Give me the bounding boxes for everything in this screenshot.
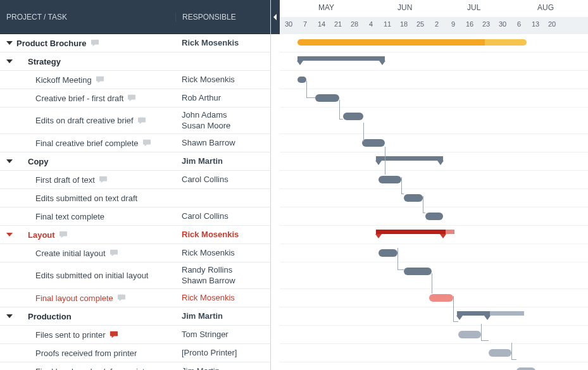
task-row[interactable]: Edits submitted on initial layoutRandy R… <box>0 262 270 289</box>
caret-icon[interactable] <box>6 59 13 63</box>
responsible-cell[interactable]: Rick Mosenkis <box>175 38 270 48</box>
comment-icon[interactable] <box>142 139 151 147</box>
responsible-cell[interactable]: Rick Mosenkis <box>175 75 270 85</box>
responsible-cell[interactable]: John AdamsSusan Moore <box>175 110 270 131</box>
caret-icon[interactable] <box>6 314 13 318</box>
comment-icon[interactable] <box>99 176 108 183</box>
responsible-cell[interactable]: Carol Collins <box>175 175 270 185</box>
day-label[interactable]: 18 <box>396 20 411 28</box>
comment-icon[interactable] <box>96 76 104 83</box>
task-row[interactable]: Files sent to printer Tom Stringer <box>0 326 270 344</box>
gantt-bar[interactable] <box>516 367 535 370</box>
comment-icon[interactable] <box>127 94 136 102</box>
gantt-bar[interactable] <box>297 56 385 61</box>
day-label[interactable]: 23 <box>479 20 494 28</box>
col-header-responsible[interactable]: RESPONSIBLE <box>175 13 270 22</box>
gantt-row[interactable] <box>280 34 588 52</box>
caret-icon[interactable] <box>6 159 13 163</box>
gantt-row[interactable] <box>280 152 588 171</box>
comment-icon[interactable] <box>117 294 126 302</box>
gantt-bar[interactable] <box>376 230 446 234</box>
gantt-row[interactable] <box>280 307 588 326</box>
gantt-row[interactable] <box>280 171 588 189</box>
comment-icon[interactable] <box>109 331 118 338</box>
gantt-bar[interactable] <box>425 213 443 220</box>
gantt-row[interactable] <box>280 52 588 71</box>
gantt-bar[interactable] <box>429 294 453 302</box>
task-row[interactable]: Strategy <box>0 52 270 71</box>
task-row[interactable]: First draft of text Carol Collins <box>0 171 270 189</box>
responsible-cell[interactable]: Rick Mosenkis <box>175 248 270 258</box>
responsible-cell[interactable]: Rick Mosenkis <box>175 293 270 303</box>
day-label[interactable]: 21 <box>330 20 346 28</box>
gantt-bar[interactable] <box>315 94 339 102</box>
gantt-row[interactable] <box>280 207 588 226</box>
comment-icon[interactable] <box>59 231 68 238</box>
day-label[interactable]: 9 <box>446 20 461 28</box>
day-label[interactable]: 30 <box>281 20 296 28</box>
gantt-row[interactable] <box>280 226 588 244</box>
responsible-cell[interactable]: Jim Martin <box>175 311 270 321</box>
gantt-bar[interactable] <box>458 331 481 338</box>
task-row[interactable]: Edits on draft creative brief John Adams… <box>0 108 270 134</box>
comment-icon[interactable] <box>109 249 118 257</box>
task-row[interactable]: Final creative brief complete Shawn Barr… <box>0 134 270 152</box>
day-label[interactable]: 28 <box>347 20 362 28</box>
responsible-cell[interactable]: Jim Martin <box>175 156 270 166</box>
responsible-cell[interactable]: Carol Collins <box>175 211 270 221</box>
gantt-row[interactable] <box>280 344 588 362</box>
gantt-bar[interactable] <box>378 249 397 257</box>
task-row[interactable]: ProductionJim Martin <box>0 307 270 326</box>
responsible-cell[interactable]: [Pronto Printer] <box>175 348 270 358</box>
gantt-bar[interactable] <box>376 156 443 161</box>
gantt-row[interactable] <box>280 326 588 344</box>
task-row[interactable]: CopyJim Martin <box>0 152 270 171</box>
gantt-bar[interactable] <box>297 39 485 46</box>
day-label[interactable]: 20 <box>544 20 560 28</box>
gantt-bar[interactable] <box>343 113 363 120</box>
day-label[interactable]: 2 <box>429 20 444 28</box>
gantt-bar[interactable] <box>489 349 511 357</box>
responsible-cell[interactable]: Rob Arthur <box>175 93 270 103</box>
gantt-bar[interactable] <box>457 311 490 316</box>
task-row[interactable]: Kickoff Meeting Rick Mosenkis <box>0 71 270 89</box>
day-label[interactable]: 30 <box>495 20 510 28</box>
gantt-rows[interactable] <box>271 34 588 370</box>
responsible-cell[interactable]: Rick Mosenkis <box>175 230 270 240</box>
gantt-row[interactable] <box>280 134 588 152</box>
gantt-row[interactable] <box>280 89 588 108</box>
task-row[interactable]: Final brochure back from printerJim Mart… <box>0 362 270 370</box>
task-row[interactable]: Creative brief - first draft Rob Arthur <box>0 89 270 108</box>
responsible-cell[interactable]: Shawn Barrow <box>175 138 270 148</box>
gantt-bar[interactable] <box>404 194 423 202</box>
day-label[interactable]: 14 <box>314 20 329 28</box>
task-row[interactable]: Final layout complete Rick Mosenkis <box>0 289 270 307</box>
task-row[interactable]: Create initial layout Rick Mosenkis <box>0 244 270 262</box>
gantt-bar[interactable] <box>362 139 385 147</box>
task-row[interactable]: Final text completeCarol Collins <box>0 207 270 226</box>
task-row[interactable]: Proofs received from printer[Pronto Prin… <box>0 344 270 362</box>
gantt-row[interactable] <box>280 362 588 370</box>
gantt-row[interactable] <box>280 262 588 289</box>
day-label[interactable]: 4 <box>363 20 378 28</box>
caret-icon[interactable] <box>6 41 13 45</box>
gantt-row[interactable] <box>280 189 588 207</box>
gantt-row[interactable] <box>280 108 588 134</box>
day-label[interactable]: 6 <box>511 20 527 28</box>
responsible-cell[interactable]: Jim Martin <box>175 366 270 370</box>
day-label[interactable]: 25 <box>413 20 428 28</box>
day-label[interactable]: 7 <box>297 20 313 28</box>
responsible-cell[interactable]: Tom Stringer <box>175 330 270 340</box>
day-label[interactable]: 16 <box>462 20 477 28</box>
gantt-bar[interactable] <box>404 268 432 275</box>
gantt-row[interactable] <box>280 289 588 307</box>
col-header-task[interactable]: PROJECT / TASK <box>0 13 175 22</box>
responsible-cell[interactable]: Randy RollinsShawn Barrow <box>175 265 270 286</box>
task-row[interactable]: Layout Rick Mosenkis <box>0 226 270 244</box>
task-row[interactable]: Edits submitted on text draft <box>0 189 270 207</box>
gantt-bar[interactable] <box>297 77 306 83</box>
day-label[interactable]: 11 <box>380 20 395 28</box>
collapse-panel-button[interactable] <box>271 0 280 34</box>
caret-icon[interactable] <box>6 233 13 237</box>
day-label[interactable]: 13 <box>528 20 543 28</box>
